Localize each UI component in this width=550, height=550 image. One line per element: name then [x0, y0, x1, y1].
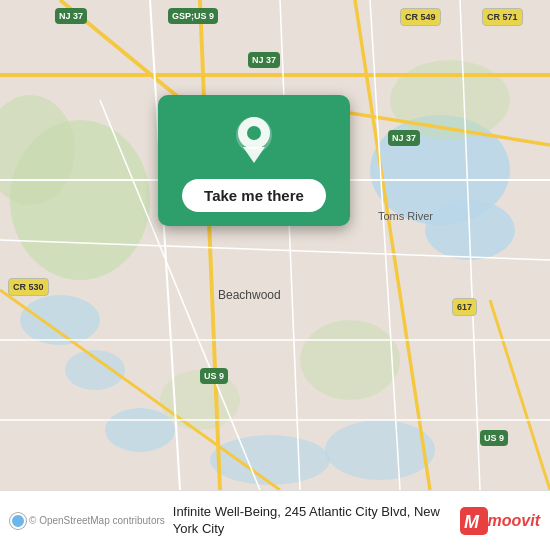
bottom-bar: © OpenStreetMap contributors Infinite We…: [0, 490, 550, 550]
svg-point-6: [210, 435, 330, 485]
osm-label: © OpenStreetMap contributors: [29, 515, 165, 526]
svg-text:M: M: [464, 512, 480, 532]
badge-nj37-top-left: NJ 37: [55, 8, 87, 24]
osm-circle-icon: [10, 513, 26, 529]
badge-cr571: CR 571: [482, 8, 523, 26]
badge-us9-far-bottom: US 9: [480, 430, 508, 446]
svg-point-11: [300, 320, 400, 400]
badge-nj37-top-center: NJ 37: [248, 52, 280, 68]
map-container: GSP;US 9 NJ 37 NJ 37 NJ 37 CR 549 CR 571…: [0, 0, 550, 490]
svg-point-7: [325, 420, 435, 480]
svg-point-32: [247, 126, 261, 140]
moovit-text: moovit: [488, 512, 540, 530]
svg-point-3: [20, 295, 100, 345]
beachwood-label: Beachwood: [218, 288, 281, 302]
badge-cr617: 617: [452, 298, 477, 316]
badge-cr549: CR 549: [400, 8, 441, 26]
badge-cr530: CR 530: [8, 278, 49, 296]
badge-gsp-us9: GSP;US 9: [168, 8, 218, 24]
map-background: [0, 0, 550, 490]
moovit-icon: M: [460, 507, 488, 535]
svg-point-5: [105, 408, 175, 452]
address-label: Infinite Well-Being, 245 Atlantic City B…: [173, 504, 452, 538]
toms-river-label: Toms River: [378, 210, 433, 222]
location-pin-icon: [230, 113, 278, 169]
badge-nj37-right: NJ 37: [388, 130, 420, 146]
osm-attribution: © OpenStreetMap contributors: [10, 513, 165, 529]
map-popup: Take me there: [158, 95, 350, 226]
svg-point-4: [65, 350, 125, 390]
svg-marker-33: [243, 147, 265, 163]
take-me-there-button[interactable]: Take me there: [182, 179, 326, 212]
badge-us9-bottom: US 9: [200, 368, 228, 384]
moovit-logo: M moovit: [460, 507, 540, 535]
